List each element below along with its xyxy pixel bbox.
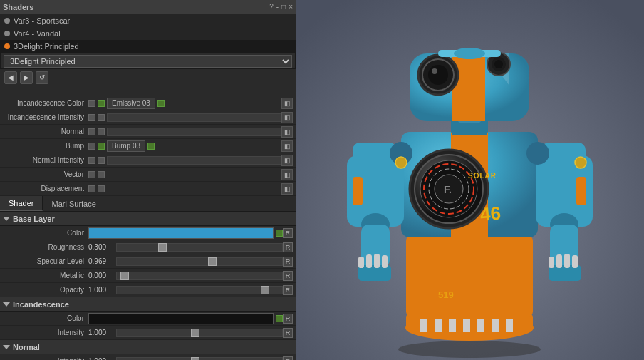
d-side-icon[interactable]: ◧ xyxy=(281,183,293,195)
incan-color-bar[interactable] xyxy=(88,313,274,324)
refresh-button[interactable]: ↺ xyxy=(36,71,48,84)
v-sq2[interactable] xyxy=(98,171,105,178)
normal-section-title: Normal xyxy=(13,343,40,351)
v-sq1[interactable] xyxy=(88,171,95,178)
roughness-row: Roughness 0.300 R xyxy=(0,240,296,254)
normal-intensity-controls xyxy=(88,156,281,165)
normal-section-intensity-r[interactable]: R xyxy=(283,356,293,361)
incan-intensity-r[interactable]: R xyxy=(283,328,293,338)
n-sq2[interactable] xyxy=(98,128,105,135)
b-sq2[interactable] xyxy=(98,143,105,150)
ni-side-icon[interactable]: ◧ xyxy=(281,155,293,166)
ii-sq1[interactable] xyxy=(88,114,95,121)
shader-item-3delight[interactable]: 3Delight Principled xyxy=(0,40,296,53)
ii-sq2[interactable] xyxy=(98,114,105,121)
v-side-icon[interactable]: ◧ xyxy=(281,169,293,180)
b-sq1[interactable] xyxy=(88,143,95,150)
shader-name-3delight: 3Delight Principled xyxy=(14,42,79,51)
ic-sq2[interactable] xyxy=(98,100,105,107)
opacity-value: 1.000 xyxy=(88,286,114,294)
back-button[interactable]: ◀ xyxy=(4,71,17,84)
incan-color-r[interactable]: R xyxy=(283,314,293,324)
n-side-icon[interactable]: ◧ xyxy=(281,126,293,138)
ic-sq3[interactable] xyxy=(157,100,165,107)
bump-controls: Bump 03 xyxy=(88,140,281,152)
shader-item-var4[interactable]: Var4 - Vandal xyxy=(0,27,296,40)
tabs-bar: Shader Mari Surface xyxy=(0,196,296,212)
opacity-label: Opacity xyxy=(3,286,88,294)
opacity-r[interactable]: R xyxy=(283,285,293,295)
bump-row: Bump Bump 03 ◧ xyxy=(0,139,296,153)
n-slider[interactable] xyxy=(107,128,281,136)
b-sq3[interactable] xyxy=(147,143,155,150)
metallic-r[interactable]: R xyxy=(283,271,293,281)
base-color-bar[interactable] xyxy=(88,227,274,239)
incan-intensity-thumb[interactable] xyxy=(191,329,199,337)
incandescence-intensity-controls xyxy=(88,113,281,122)
svg-rect-11 xyxy=(506,319,513,332)
base-color-label: Color xyxy=(3,229,88,237)
incan-color-label: Color xyxy=(3,314,88,322)
ii-slider[interactable] xyxy=(107,113,281,122)
incandescence-section-header[interactable]: Incandescence xyxy=(0,297,296,312)
shader-list: Var3 - Sportscar Var4 - Vandal 3Delight … xyxy=(0,14,296,53)
opacity-row: Opacity 1.000 R xyxy=(0,283,296,297)
n-sq1[interactable] xyxy=(88,128,95,135)
close-icon[interactable]: × xyxy=(289,3,293,11)
ic-side-icon[interactable]: ◧ xyxy=(281,98,293,109)
ni-slider[interactable] xyxy=(107,156,281,165)
shader-item-var3[interactable]: Var3 - Sportscar xyxy=(0,14,296,27)
opacity-thumb[interactable] xyxy=(261,286,269,294)
opacity-slider[interactable] xyxy=(116,286,283,294)
d-sq1[interactable] xyxy=(88,185,95,192)
incandescence-intensity-row: Incandescence Intensity ◧ xyxy=(0,110,296,125)
metallic-thumb[interactable] xyxy=(120,272,129,280)
metallic-controls: 0.000 xyxy=(88,272,283,280)
help-icon[interactable]: ? xyxy=(269,3,274,11)
normal-section-intensity-slider[interactable] xyxy=(116,357,283,361)
base-color-sq[interactable] xyxy=(276,230,283,237)
b-side-icon[interactable]: ◧ xyxy=(281,140,293,152)
svg-rect-42 xyxy=(564,254,570,268)
forward-button[interactable]: ▶ xyxy=(20,71,33,84)
tab-shader[interactable]: Shader xyxy=(0,196,43,211)
ii-side-icon[interactable]: ◧ xyxy=(281,112,293,123)
tab-mari-surface[interactable]: Mari Surface xyxy=(43,196,105,211)
normal-section-intensity-thumb[interactable] xyxy=(191,357,199,361)
ni-sq2[interactable] xyxy=(98,157,105,164)
specular-slider[interactable] xyxy=(116,257,283,266)
left-panel: Shaders ? - □ × Var3 - Sportscar Var4 - … xyxy=(0,0,296,360)
svg-point-45 xyxy=(526,142,549,165)
base-color-row: Color R xyxy=(0,226,296,240)
ni-sq1[interactable] xyxy=(88,157,95,164)
specular-r[interactable]: R xyxy=(283,257,293,267)
specular-thumb[interactable] xyxy=(208,257,217,266)
maximize-icon[interactable]: □ xyxy=(281,3,286,11)
emissive-btn[interactable]: Emissive 03 xyxy=(107,98,155,109)
normal-section-header[interactable]: Normal xyxy=(0,340,296,354)
base-layer-header[interactable]: Base Layer xyxy=(0,212,296,226)
shader-dropdown[interactable]: 3Delight Principled xyxy=(4,55,292,68)
minimize-icon[interactable]: - xyxy=(276,3,279,11)
base-color-r[interactable]: R xyxy=(283,228,293,238)
d-sq2[interactable] xyxy=(98,185,105,192)
svg-rect-8 xyxy=(463,319,470,332)
roughness-slider[interactable] xyxy=(116,243,283,252)
svg-point-60 xyxy=(575,157,586,168)
roughness-thumb[interactable] xyxy=(158,243,167,252)
robot-illustration: 519 F. 46 SOLAR xyxy=(296,0,644,360)
incan-intensity-slider[interactable] xyxy=(116,329,283,337)
vector-row: Vector ◧ xyxy=(0,168,296,182)
bump-btn[interactable]: Bump 03 xyxy=(107,140,145,152)
shader-dropdown-row: 3Delight Principled xyxy=(0,53,296,69)
props-scroll[interactable]: Base Layer Color R Roughness 0.300 R Sp xyxy=(0,212,296,360)
incan-color-sq[interactable] xyxy=(276,315,283,322)
incan-color-controls xyxy=(88,313,283,324)
svg-rect-36 xyxy=(576,177,586,205)
ic-sq1[interactable] xyxy=(88,100,95,107)
svg-text:SOLAR: SOLAR xyxy=(468,172,497,180)
divider-row: · · · · · · · · · · xyxy=(0,86,296,96)
incan-intensity-label: Intensity xyxy=(3,329,88,336)
roughness-r[interactable]: R xyxy=(283,242,293,252)
metallic-slider[interactable] xyxy=(116,272,283,280)
